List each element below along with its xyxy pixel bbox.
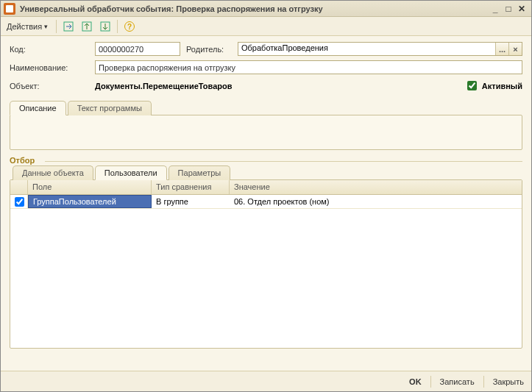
tab-object-data[interactable]: Данные объекта — [13, 165, 93, 180]
tab-program-text[interactable]: Текст программы — [68, 101, 152, 115]
row-checkbox[interactable] — [15, 197, 24, 207]
tab-users[interactable]: Пользователи — [95, 165, 167, 180]
dropdown-icon: ▾ — [44, 23, 48, 30]
window-title: Универсальный обработчик события: Провер… — [20, 4, 323, 13]
main-tabs: Описание Текст программы — [1, 101, 531, 115]
row-value[interactable]: 06. Отдел проектов (ном) — [230, 195, 522, 208]
close-window-button[interactable]: ✕ — [515, 3, 528, 15]
tab-description[interactable]: Описание — [10, 101, 66, 115]
footer-bar: OK Записать Закрыть — [1, 371, 531, 391]
name-input[interactable] — [95, 60, 522, 74]
code-input[interactable] — [95, 42, 180, 56]
next-icon — [99, 21, 111, 32]
filter-group-label: Отбор — [10, 156, 522, 165]
help-button[interactable]: ? — [121, 19, 138, 34]
tab-parameters[interactable]: Параметры — [169, 165, 231, 180]
table-row[interactable]: ГруппаПользователей В группе 06. Отдел п… — [10, 195, 522, 209]
grid-header: Поле Тип сравнения Значение — [10, 180, 522, 195]
window: Универсальный обработчик события: Провер… — [0, 0, 532, 392]
toolbar: Действия ▾ ? — [1, 17, 531, 36]
description-panel[interactable] — [10, 115, 522, 150]
parent-field[interactable]: ОбработкаПроведения ... × — [238, 42, 522, 56]
parent-select-button[interactable]: ... — [495, 43, 508, 55]
filter-grid-panel: Поле Тип сравнения Значение ГруппаПользо… — [10, 179, 522, 349]
go-button[interactable] — [60, 19, 77, 34]
footer-separator — [430, 376, 431, 388]
filter-tabs: Данные объекта Пользователи Параметры — [1, 165, 531, 180]
row-cmp[interactable]: В группе — [152, 195, 230, 208]
actions-menu[interactable]: Действия ▾ — [5, 22, 52, 31]
parent-clear-button[interactable]: × — [508, 43, 522, 55]
maximize-button[interactable]: □ — [502, 3, 515, 15]
grid-col-value[interactable]: Значение — [230, 180, 522, 194]
ok-button[interactable]: OK — [409, 377, 422, 386]
form-area: Код: Родитель: ОбработкаПроведения ... ×… — [1, 36, 531, 100]
name-label: Наименование: — [10, 63, 95, 72]
next-button[interactable] — [97, 19, 113, 34]
active-checkbox[interactable] — [467, 81, 477, 90]
save-button[interactable]: Записать — [440, 377, 475, 386]
close-button[interactable]: Закрыть — [493, 377, 524, 386]
row-field[interactable]: ГруппаПользователей — [28, 195, 152, 208]
parent-value: ОбработкаПроведения — [238, 43, 495, 55]
svg-text:?: ? — [127, 23, 132, 31]
object-value: Документы.ПеремещениеТоваров — [95, 82, 464, 90]
titlebar: Универсальный обработчик события: Провер… — [1, 1, 531, 17]
go-icon — [63, 21, 74, 32]
grid-col-field[interactable]: Поле — [28, 180, 152, 194]
object-label: Объект: — [10, 82, 95, 90]
app-icon — [4, 3, 15, 15]
grid-col-cmp[interactable]: Тип сравнения — [152, 180, 230, 194]
footer-separator — [483, 376, 484, 388]
actions-label: Действия — [7, 22, 42, 31]
prev-button[interactable] — [79, 19, 95, 34]
grid-body[interactable]: ГруппаПользователей В группе 06. Отдел п… — [10, 195, 522, 348]
grid-col-check[interactable] — [10, 180, 28, 194]
toolbar-separator — [117, 20, 118, 33]
toolbar-separator — [56, 20, 57, 33]
parent-label: Родитель: — [186, 45, 238, 54]
active-label: Активный — [482, 82, 522, 90]
prev-icon — [81, 21, 93, 32]
code-label: Код: — [10, 45, 95, 54]
help-icon: ? — [124, 21, 135, 32]
minimize-button[interactable]: _ — [489, 3, 502, 15]
